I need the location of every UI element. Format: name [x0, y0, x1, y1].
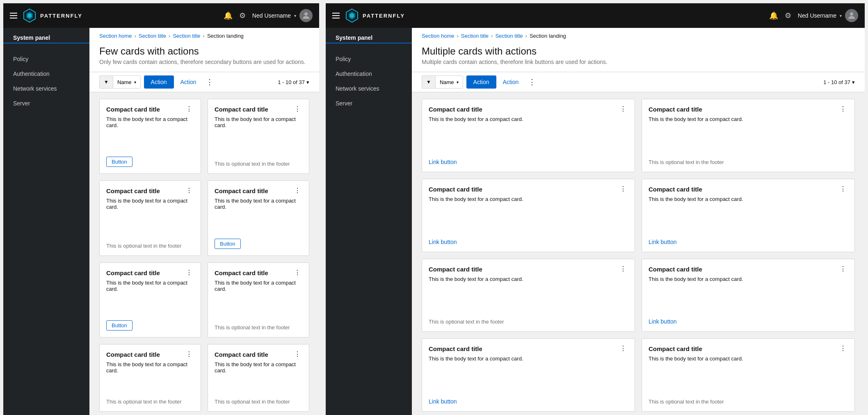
card-kebab-button[interactable]: ⋮ [292, 351, 302, 358]
card-footer-text: This is optional text in the footer [429, 319, 628, 325]
card-grid: Compact card title ⋮ This is the body te… [412, 92, 865, 415]
filter-group: ▼ Name ▾ [99, 75, 141, 89]
filter-name-button[interactable]: Name ▾ [113, 75, 141, 89]
card-kebab-button[interactable]: ⋮ [184, 187, 194, 194]
card-link-button[interactable]: Link button [429, 398, 628, 405]
card-action-button[interactable]: Button [106, 320, 132, 331]
breadcrumb-separator: › [135, 33, 136, 39]
sidebar-nav: PolicyAuthenticationNetwork servicesServ… [3, 45, 89, 117]
card-title: Compact card title [649, 266, 702, 273]
card-title: Compact card title [106, 106, 160, 113]
page-title: Multiple cards with actions [422, 46, 855, 57]
sidebar-item-authentication[interactable]: Authentication [3, 66, 89, 81]
sidebar-section-title: System panel [326, 28, 412, 43]
sidebar-header: PATTERNFLY [3, 3, 89, 28]
table-row: Compact card title ⋮ This is the body te… [642, 179, 855, 252]
card-link-button[interactable]: Link button [649, 318, 848, 325]
main-content: 🔔 ⚙ Ned Username ▾ Section home›Section … [412, 3, 865, 415]
toolbar: ▼ Name ▾ Action Action ⋮ 1 - 10 of 37 ▾ [412, 72, 865, 92]
breadcrumb-separator: › [525, 33, 527, 39]
page-header: Multiple cards with actions Multiple car… [412, 42, 865, 72]
card-body: This is the body text for a compact card… [429, 116, 628, 152]
card-kebab-button[interactable]: ⋮ [838, 266, 848, 272]
card-kebab-button[interactable]: ⋮ [184, 106, 194, 112]
panel-panel-multiple-cards: PATTERNFLY System panelPolicyAuthenticat… [326, 3, 865, 415]
table-row: Compact card title ⋮ This is the body te… [99, 180, 201, 255]
breadcrumb-link-1[interactable]: Section title [461, 33, 489, 39]
table-row: Compact card title ⋮ This is the body te… [422, 259, 635, 332]
card-kebab-button[interactable]: ⋮ [292, 187, 302, 194]
brand-name: PATTERNFLY [40, 13, 82, 19]
card-body: This is the body text for a compact card… [106, 116, 194, 150]
card-action-button[interactable]: Button [215, 239, 241, 249]
sidebar-item-network-services[interactable]: Network services [326, 81, 412, 96]
card-title: Compact card title [106, 269, 160, 276]
panel-panel-few-cards: PATTERNFLY System panelPolicyAuthenticat… [3, 3, 319, 415]
breadcrumb-link-2[interactable]: Section title [495, 33, 523, 39]
breadcrumb-link-0[interactable]: Section home [422, 33, 455, 39]
sidebar-item-server[interactable]: Server [3, 96, 89, 111]
card-kebab-button[interactable]: ⋮ [184, 351, 194, 358]
card-link-button[interactable]: Link button [429, 159, 628, 165]
table-row: Compact card title ⋮ This is the body te… [422, 99, 635, 172]
filter-icon-button[interactable]: ▼ [422, 75, 435, 89]
svg-point-3 [304, 12, 308, 16]
sidebar-item-policy[interactable]: Policy [326, 52, 412, 66]
card-body: This is the body text for a compact card… [649, 196, 848, 232]
sidebar-item-policy[interactable]: Policy [3, 52, 89, 66]
card-action-button[interactable]: Button [106, 157, 132, 167]
card-link-button[interactable]: Link button [649, 239, 848, 245]
card-body: This is the body text for a compact card… [215, 198, 302, 232]
sidebar-item-server[interactable]: Server [326, 96, 412, 111]
pagination-text: 1 - 10 of 37 [278, 79, 305, 85]
filter-name-button[interactable]: Name ▾ [435, 75, 463, 89]
sidebar-section-title: System panel [3, 28, 89, 43]
bell-icon[interactable]: 🔔 [769, 11, 778, 20]
card-kebab-button[interactable]: ⋮ [838, 186, 848, 192]
card-kebab-button[interactable]: ⋮ [618, 106, 628, 112]
hamburger-icon[interactable] [332, 13, 340, 18]
svg-point-7 [850, 12, 853, 16]
gear-icon[interactable]: ⚙ [239, 11, 246, 20]
card-kebab-button[interactable]: ⋮ [292, 106, 302, 112]
table-row: Compact card title ⋮ This is the body te… [99, 99, 201, 174]
filter-icon-button[interactable]: ▼ [99, 75, 113, 89]
action-primary-button[interactable]: Action [466, 75, 496, 89]
card-kebab-button[interactable]: ⋮ [618, 266, 628, 272]
card-body: This is the body text for a compact card… [106, 361, 194, 395]
user-menu[interactable]: Ned Username ▾ [798, 9, 858, 22]
filter-label: Name [117, 79, 132, 85]
card-kebab-button[interactable]: ⋮ [184, 269, 194, 276]
card-link-button[interactable]: Link button [429, 239, 628, 245]
card-kebab-button[interactable]: ⋮ [838, 106, 848, 112]
breadcrumb-link-2[interactable]: Section title [173, 33, 200, 39]
pagination-chevron-icon[interactable]: ▾ [852, 79, 855, 85]
card-kebab-button[interactable]: ⋮ [838, 345, 848, 352]
breadcrumb-link-0[interactable]: Section home [99, 33, 132, 39]
sidebar-header: PATTERNFLY [326, 3, 412, 28]
sidebar-item-authentication[interactable]: Authentication [326, 66, 412, 81]
pagination-chevron-icon[interactable]: ▾ [306, 79, 309, 85]
gear-icon[interactable]: ⚙ [785, 11, 791, 20]
user-menu[interactable]: Ned Username ▾ [252, 9, 313, 22]
chevron-down-icon: ▾ [457, 80, 459, 84]
card-kebab-button[interactable]: ⋮ [618, 186, 628, 192]
card-title: Compact card title [429, 186, 482, 193]
kebab-menu-button[interactable]: ⋮ [525, 77, 539, 87]
action-link-button[interactable]: Action [177, 75, 200, 89]
kebab-menu-button[interactable]: ⋮ [203, 77, 217, 87]
hamburger-icon[interactable] [10, 13, 17, 18]
main-content: 🔔 ⚙ Ned Username ▾ Section home›Section … [89, 3, 319, 415]
card-kebab-button[interactable]: ⋮ [292, 269, 302, 276]
table-row: Compact card title ⋮ This is the body te… [208, 344, 309, 412]
sidebar-item-network-services[interactable]: Network services [3, 81, 89, 96]
action-link-button[interactable]: Action [500, 75, 522, 89]
breadcrumb-link-1[interactable]: Section title [139, 33, 166, 39]
table-row: Compact card title ⋮ This is the body te… [642, 259, 855, 332]
card-title: Compact card title [215, 106, 268, 113]
bell-icon[interactable]: 🔔 [224, 11, 233, 20]
card-kebab-button[interactable]: ⋮ [618, 345, 628, 352]
page-header: Few cards with actions Only few cards co… [89, 42, 319, 72]
card-title: Compact card title [429, 266, 482, 273]
action-primary-button[interactable]: Action [144, 75, 174, 89]
